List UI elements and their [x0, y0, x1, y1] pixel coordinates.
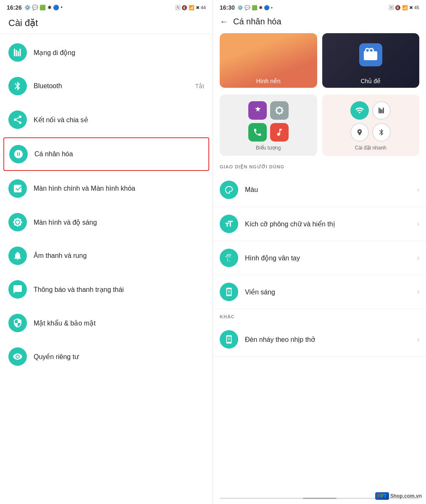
flash-chevron: › — [417, 336, 419, 343]
sidebar-item-notification[interactable]: Thông báo và thanh trạng thái — [0, 273, 213, 306]
status-icons-left: ⚙️ 💬 🟩 ✱ 🔵 • — [24, 5, 63, 10]
wallpaper-card[interactable]: Hình nền — [220, 33, 317, 88]
left-title: Cài đặt — [0, 13, 213, 34]
screen-lock-icon-bg — [8, 179, 27, 198]
fpt-p: P — [380, 493, 384, 499]
left-panel: 16:26 ⚙️ 💬 🟩 ✱ 🔵 • 🇳 🔇 📶 ✖ 44 Cài đặt Mạ… — [0, 0, 213, 504]
quick-settings-card[interactable]: Cài đặt nhanh — [322, 94, 420, 156]
fpt-badge: FPT — [375, 492, 389, 500]
fingerprint-chevron: › — [417, 254, 419, 262]
status-bar-left: 16:26 ⚙️ 💬 🟩 ✱ 🔵 • 🇳 🔇 📶 ✖ 44 — [0, 0, 213, 13]
sidebar-item-personalize[interactable]: Cá nhân hóa — [3, 137, 209, 171]
fingerprint-icon-bg — [220, 249, 238, 267]
right-status-icons-left: 🇳 🔇 📶 ✖ 44 — [176, 5, 206, 10]
edge-chevron: › — [417, 288, 419, 296]
right-header: ← Cá nhân hóa — [213, 13, 426, 33]
icons-card-label: Biểu tượng — [256, 145, 281, 151]
sidebar-item-bluetooth[interactable]: Bluetooth Tắt — [0, 69, 213, 103]
status-icons-right: ⚙️ 💬 🟩 ✱ 🔵 • — [237, 5, 273, 10]
share-icon-bg — [8, 110, 27, 129]
small-cards-row: Biểu tượng Cài đặt nhanh — [213, 94, 426, 163]
app-icon-1 — [248, 101, 267, 120]
personalize-label: Cá nhân hóa — [34, 150, 203, 158]
qs-wifi — [350, 101, 369, 120]
brightness-label: Màn hình và độ sáng — [34, 218, 204, 226]
section-other-header: KHÁC — [213, 312, 426, 323]
font-icon — [224, 219, 234, 228]
right-item-color[interactable]: Màu › — [213, 173, 426, 207]
right-item-font[interactable]: Kích cỡ phông chữ và hiển thị › — [213, 207, 426, 241]
security-icon — [13, 318, 23, 328]
right-status-icons-right: 🇳 🔇 📶 ✖ 45 — [389, 5, 419, 10]
privacy-icon-bg — [8, 347, 27, 366]
sound-label: Âm thanh và rung — [34, 252, 204, 260]
sidebar-item-privacy[interactable]: Quyền riêng tư — [0, 340, 213, 373]
right-title: Cá nhân hóa — [233, 17, 281, 26]
notification-label: Thông báo và thanh trạng thái — [34, 286, 204, 294]
security-label: Mật khẩu & bảo mật — [34, 319, 204, 327]
section-ui-header: GIAO DIỆN NGƯỜI DÙNG — [213, 163, 426, 173]
fingerprint-label: Hình động vân tay — [245, 254, 417, 262]
right-panel: 16:30 ⚙️ 💬 🟩 ✱ 🔵 • 🇳 🔇 📶 ✖ 45 ← Cá nhân … — [213, 0, 426, 504]
sound-icon — [13, 251, 23, 261]
top-cards-grid: Hình nền Chủ đề — [213, 33, 426, 94]
sidebar-item-sound[interactable]: Âm thanh và rung — [0, 239, 213, 273]
mobile-network-icon-bg — [8, 43, 27, 62]
share-label: Kết nối và chia sẻ — [34, 116, 204, 124]
app-icon-3 — [248, 123, 267, 142]
fpt-f: F — [377, 493, 380, 499]
personalize-icon — [13, 149, 24, 159]
brightness-icon-bg — [8, 213, 27, 231]
font-label: Kích cỡ phông chữ và hiển thị — [245, 220, 417, 228]
personalize-icon-bg — [9, 145, 28, 163]
sidebar-item-share[interactable]: Kết nối và chia sẻ — [0, 103, 213, 136]
edge-icon — [224, 287, 234, 297]
edge-icon-bg — [220, 283, 238, 301]
color-label: Màu — [245, 186, 417, 194]
time-right: 16:30 — [220, 4, 235, 11]
notification-icon-bg — [8, 280, 27, 299]
theme-box-icon — [364, 48, 377, 61]
color-chevron: › — [417, 186, 419, 194]
flash-label: Đèn nháy theo nhịp thở — [245, 336, 417, 344]
privacy-icon — [13, 352, 23, 362]
right-item-edge[interactable]: Viền sáng › — [213, 275, 426, 309]
quick-settings-grid — [350, 101, 391, 142]
notification-icon — [13, 284, 23, 294]
qs-location — [350, 123, 369, 142]
status-bar-right: 16:30 ⚙️ 💬 🟩 ✱ 🔵 • 🇳 🔇 📶 ✖ 45 — [213, 0, 426, 13]
mobile-icon — [13, 47, 23, 58]
sidebar-item-screen-lock[interactable]: Màn hình chính và Màn hình khóa — [0, 172, 213, 205]
color-icon-bg — [220, 181, 238, 199]
sidebar-item-brightness[interactable]: Màn hình và độ sáng — [0, 205, 213, 239]
font-icon-bg — [220, 215, 238, 233]
font-chevron: › — [417, 220, 419, 228]
back-button[interactable]: ← — [220, 17, 228, 26]
sidebar-item-mobile-network[interactable]: Mạng di động — [0, 36, 213, 69]
qs-signal — [372, 101, 391, 120]
fpt-logo: FPT Shop.com.vn — [375, 492, 422, 500]
sound-icon-bg — [8, 247, 27, 265]
app-icon-4 — [270, 123, 289, 142]
brightness-icon — [13, 217, 23, 227]
screen-lock-label: Màn hình chính và Màn hình khóa — [34, 185, 204, 192]
shop-text: Shop.com.vn — [390, 493, 422, 499]
scrollbar-thumb[interactable] — [303, 498, 337, 499]
fpt-t: T — [384, 493, 387, 499]
app-icons-grid — [248, 101, 289, 142]
screen-lock-icon — [13, 184, 23, 194]
right-item-flash[interactable]: Đèn nháy theo nhịp thở › — [213, 323, 426, 357]
quick-settings-card-label: Cài đặt nhanh — [355, 145, 387, 151]
wallpaper-card-label: Hình nền — [220, 78, 317, 84]
icons-card[interactable]: Biểu tượng — [220, 94, 317, 156]
security-icon-bg — [8, 314, 27, 332]
color-icon — [224, 185, 234, 194]
divider-top — [0, 34, 213, 34]
privacy-label: Quyền riêng tư — [34, 353, 204, 361]
sidebar-item-security[interactable]: Mật khẩu & bảo mật — [0, 306, 213, 340]
right-item-fingerprint[interactable]: Hình động vân tay › — [213, 241, 426, 275]
qs-bluetooth — [372, 123, 391, 142]
theme-card-label: Chủ đề — [322, 78, 420, 84]
share-icon — [13, 115, 23, 125]
theme-card[interactable]: Chủ đề — [322, 33, 420, 88]
